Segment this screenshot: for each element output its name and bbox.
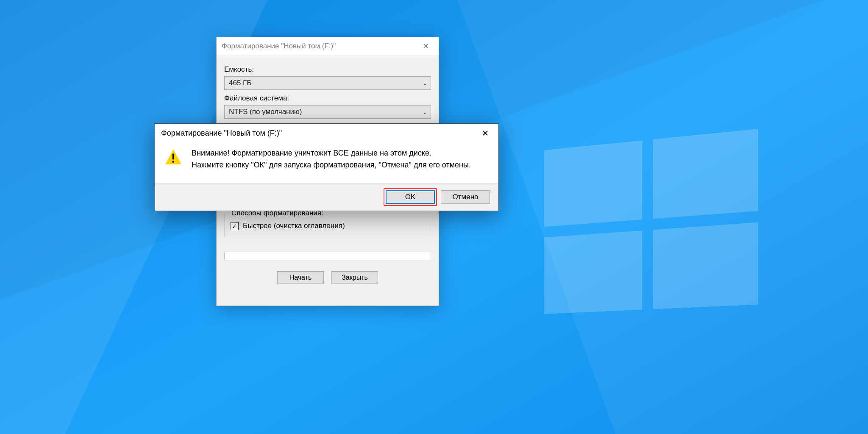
chevron-down-icon: ⌄	[423, 80, 427, 86]
ok-button[interactable]: OK	[386, 190, 435, 204]
messagebox-text: Внимание! Форматирование уничтожит ВСЕ д…	[192, 147, 471, 171]
format-dialog-title: Форматирование "Новый том (F:)"	[222, 42, 416, 50]
start-button[interactable]: Начать	[277, 271, 324, 284]
svg-rect-1	[172, 154, 174, 160]
capacity-combobox[interactable]: 465 ГБ ⌄	[224, 76, 431, 90]
close-icon[interactable]: ✕	[416, 39, 435, 53]
capacity-label: Емкость:	[224, 65, 431, 74]
messagebox-line1: Внимание! Форматирование уничтожит ВСЕ д…	[192, 147, 471, 159]
cancel-button[interactable]: Отмена	[441, 190, 490, 204]
format-dialog-buttons: Начать Закрыть	[224, 271, 431, 284]
quick-format-row[interactable]: ✓ Быстрое (очистка оглавления)	[231, 222, 425, 230]
format-progress-bar	[224, 252, 431, 260]
format-options-group: Способы форматирования: ✓ Быстрое (очист…	[224, 214, 431, 237]
chevron-down-icon: ⌄	[423, 109, 427, 115]
messagebox-titlebar[interactable]: Форматирование "Новый том (F:)" ✕	[155, 124, 498, 142]
svg-rect-2	[172, 161, 174, 162]
quick-format-label: Быстрое (очистка оглавления)	[243, 222, 345, 230]
filesystem-combobox[interactable]: NTFS (по умолчанию) ⌄	[224, 105, 431, 119]
quick-format-checkbox[interactable]: ✓	[231, 222, 239, 230]
confirm-format-messagebox: Форматирование "Новый том (F:)" ✕ Вниман…	[155, 123, 499, 211]
messagebox-title: Форматирование "Новый том (F:)"	[161, 129, 475, 138]
close-button[interactable]: Закрыть	[331, 271, 378, 284]
messagebox-content: Внимание! Форматирование уничтожит ВСЕ д…	[155, 142, 498, 183]
messagebox-footer: OK Отмена	[155, 183, 498, 211]
close-icon[interactable]: ✕	[475, 126, 496, 140]
format-dialog-titlebar[interactable]: Форматирование "Новый том (F:)" ✕	[217, 37, 439, 55]
warning-icon	[164, 148, 182, 166]
filesystem-label: Файловая система:	[224, 94, 431, 103]
messagebox-line2: Нажмите кнопку "ОК" для запуска форматир…	[192, 159, 471, 171]
capacity-value: 465 ГБ	[229, 79, 251, 87]
filesystem-value: NTFS (по умолчанию)	[229, 108, 302, 116]
